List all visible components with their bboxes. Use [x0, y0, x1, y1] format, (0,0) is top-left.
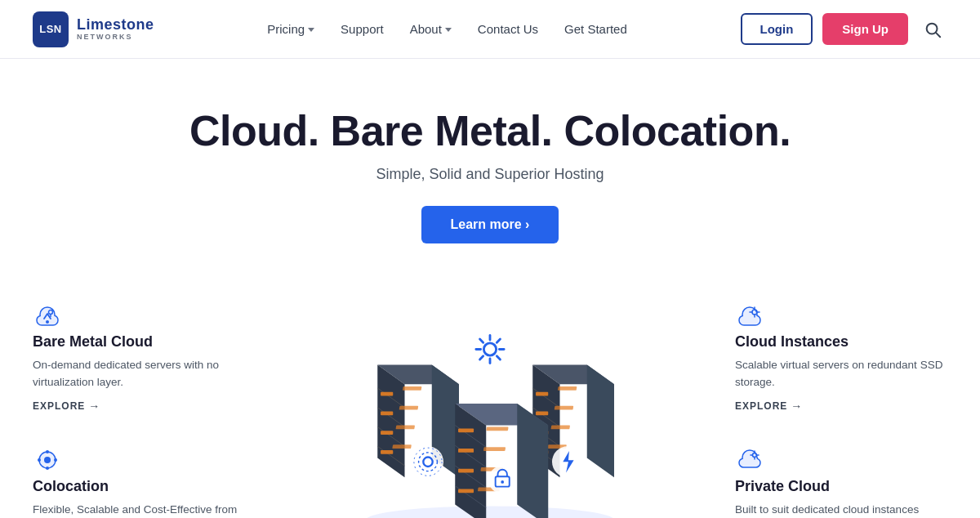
svg-rect-22 [403, 386, 422, 391]
svg-point-2 [46, 320, 49, 324]
search-button[interactable] [918, 15, 947, 44]
svg-rect-33 [536, 392, 548, 396]
svg-rect-25 [392, 445, 412, 449]
svg-rect-24 [395, 426, 415, 430]
signup-button[interactable]: Sign Up [822, 13, 908, 45]
svg-rect-39 [550, 426, 570, 430]
svg-marker-28 [587, 365, 614, 478]
pricing-chevron-icon [308, 28, 314, 32]
nav-support[interactable]: Support [341, 22, 384, 36]
svg-line-1 [936, 33, 940, 37]
svg-rect-51 [458, 489, 474, 493]
search-icon [924, 20, 942, 38]
svg-point-7 [46, 467, 49, 470]
feature-private-cloud: Private Cloud Built to suit dedicated cl… [735, 445, 947, 518]
svg-point-10 [366, 507, 614, 518]
bare-metal-title: Bare Metal Cloud [33, 333, 245, 351]
bare-metal-explore[interactable]: EXPLORE → [33, 400, 245, 413]
svg-rect-34 [536, 412, 548, 416]
colocation-desc: Flexible, Scalable and Cost-Effective fr… [33, 502, 245, 518]
cloud-instances-desc: Scalable virtual servers on redundant SS… [735, 357, 947, 391]
svg-rect-23 [399, 406, 419, 410]
cloud-instances-arrow-icon: → [791, 400, 803, 413]
private-cloud-title: Private Cloud [735, 478, 947, 495]
svg-rect-37 [558, 386, 577, 391]
feature-bare-metal-cloud: Bare Metal Cloud On-demand dedicated ser… [33, 301, 245, 413]
features-left-col: Bare Metal Cloud On-demand dedicated ser… [33, 301, 245, 518]
svg-point-73 [501, 480, 504, 484]
header: LSN Limestone NETWORKS Pricing Support A… [0, 0, 980, 59]
nav-get-started[interactable]: Get Started [564, 22, 627, 36]
bare-metal-desc: On-demand dedicated servers with no virt… [33, 357, 245, 391]
server-illustration-svg [335, 301, 645, 518]
svg-point-8 [38, 458, 41, 462]
colocation-icon [33, 445, 62, 475]
nav-pricing[interactable]: Pricing [267, 22, 314, 36]
nav-contact[interactable]: Contact Us [478, 22, 538, 36]
svg-rect-38 [555, 406, 574, 410]
svg-rect-18 [381, 392, 393, 396]
login-button[interactable]: Login [741, 13, 813, 45]
svg-point-5 [44, 457, 51, 463]
hero-subtitle: Simple, Solid and Superior Hosting [376, 166, 604, 183]
svg-rect-19 [381, 412, 393, 416]
svg-point-9 [54, 458, 57, 462]
svg-point-66 [412, 446, 443, 477]
feature-cloud-instances: Cloud Instances Scalable virtual servers… [735, 301, 947, 413]
svg-marker-12 [377, 365, 404, 478]
svg-rect-48 [458, 429, 474, 433]
about-chevron-icon [445, 28, 452, 32]
feature-colocation: Colocation Flexible, Scalable and Cost-E… [33, 445, 245, 518]
svg-rect-21 [381, 450, 393, 454]
learn-more-button[interactable]: Learn more › [421, 206, 559, 243]
features-right-col: Cloud Instances Scalable virtual servers… [735, 301, 947, 518]
svg-point-6 [46, 450, 49, 453]
main-nav: Pricing Support About Contact Us Get Sta… [267, 22, 627, 36]
logo[interactable]: LSN Limestone NETWORKS [33, 11, 154, 47]
cloud-instances-title: Cloud Instances [735, 333, 947, 351]
private-cloud-icon [735, 445, 764, 475]
svg-rect-49 [458, 449, 474, 453]
nav-about[interactable]: About [410, 22, 452, 36]
svg-rect-50 [458, 469, 474, 473]
logo-badge: LSN [33, 11, 69, 47]
colocation-title: Colocation [33, 478, 245, 495]
logo-sub: NETWORKS [77, 33, 154, 41]
svg-rect-52 [486, 427, 508, 431]
features-section: Bare Metal Cloud On-demand dedicated ser… [0, 268, 980, 518]
cloud-instances-icon [735, 301, 764, 330]
cloud-instances-explore[interactable]: EXPLORE → [735, 400, 947, 413]
hero-section: Cloud. Bare Metal. Colocation. Simple, S… [0, 59, 980, 268]
svg-rect-20 [381, 431, 393, 435]
center-illustration [245, 301, 735, 518]
svg-rect-53 [483, 447, 506, 451]
hero-title: Cloud. Bare Metal. Colocation. [189, 108, 791, 154]
logo-name: Limestone [77, 17, 154, 33]
bare-metal-arrow-icon: → [88, 400, 100, 413]
private-cloud-desc: Built to suit dedicated cloud instances … [735, 502, 947, 518]
bare-metal-cloud-icon [33, 301, 62, 330]
header-actions: Login Sign Up [741, 13, 948, 45]
